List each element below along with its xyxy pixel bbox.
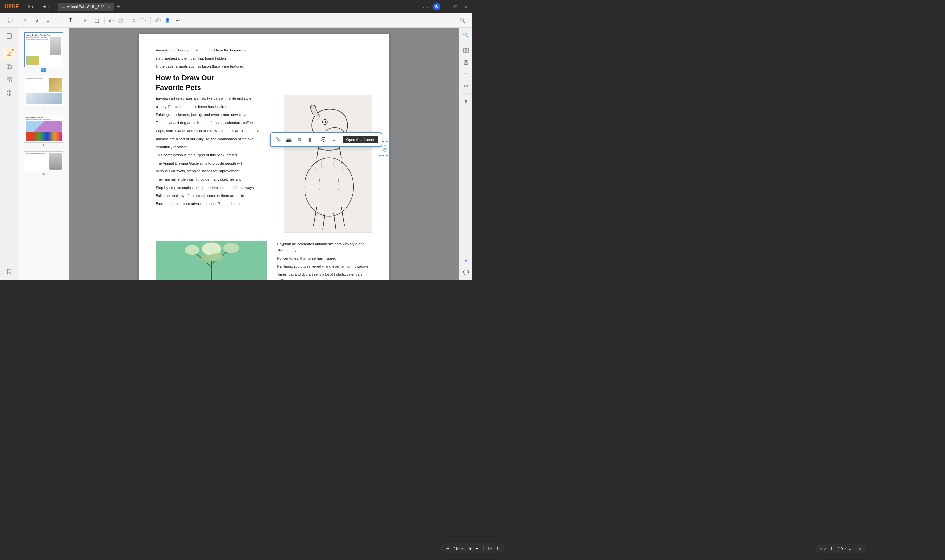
textbox-btn[interactable]: ⊡ bbox=[81, 15, 91, 25]
thumbnail-page-2[interactable]: Animals are a part of my daily life... 2 bbox=[18, 74, 69, 113]
att-comment-btn[interactable]: 💬 bbox=[319, 135, 328, 144]
rp-save-btn[interactable] bbox=[461, 57, 471, 67]
active-dot bbox=[12, 49, 14, 51]
svg-point-24 bbox=[185, 245, 199, 255]
user-avatar[interactable]: B bbox=[433, 3, 440, 10]
tab-label: Animal Pai...Skills_5-1* bbox=[67, 5, 104, 9]
att-copy-btn[interactable]: ⧉ bbox=[295, 135, 304, 144]
line-btn[interactable]: ⌒ ▾ bbox=[139, 17, 148, 24]
svg-rect-12 bbox=[284, 96, 372, 233]
minimize-button[interactable]: ─ bbox=[443, 3, 450, 10]
body-p13: Build the anatomy of an animal. some of … bbox=[156, 193, 277, 199]
callout-btn[interactable]: ⬚ bbox=[92, 15, 102, 25]
att-camera-btn[interactable]: 📷 bbox=[285, 135, 294, 144]
underline-btn[interactable]: U bbox=[43, 15, 53, 25]
body-p8: This combination is the subject of this … bbox=[156, 152, 277, 158]
tab-close-icon[interactable]: ✕ bbox=[107, 5, 110, 9]
body-p6: Animals are a part of our daily life, th… bbox=[156, 136, 277, 142]
rp-ai-btn[interactable]: ✦ bbox=[461, 256, 471, 266]
intro-line-2: start. Earliest ancient painting, found … bbox=[156, 55, 372, 62]
rp-mail-btn[interactable]: ✉ bbox=[461, 81, 471, 91]
menu-file[interactable]: File bbox=[25, 3, 38, 10]
toolbar-sep-2 bbox=[78, 17, 78, 24]
body-p5: Cups, store brands and other items. Whet… bbox=[156, 128, 277, 134]
svg-point-25 bbox=[223, 243, 239, 254]
att-delete-btn[interactable]: 🗑 bbox=[305, 135, 314, 144]
page-num-badge-1: 1 bbox=[41, 68, 46, 72]
eraser-btn[interactable]: ⬜ ▾ bbox=[117, 17, 126, 23]
link-arrow: ▾ bbox=[160, 19, 161, 22]
right-panel: 🔍 ↑ ✉ ⬆ ✦ 💬 bbox=[459, 28, 473, 280]
rp-search-btn[interactable]: 🔍 bbox=[461, 30, 471, 40]
tab-main[interactable]: ☁ Animal Pai...Skills_5-1* ✕ bbox=[58, 3, 114, 11]
intro-line-1: Animals have been part of human art from… bbox=[156, 47, 372, 54]
link-icon: 🔗 bbox=[154, 18, 159, 23]
sidebar-divider-1 bbox=[4, 45, 14, 45]
collapse-button[interactable]: ⌄⌄ bbox=[419, 3, 430, 10]
stamp-icon: 🖊 bbox=[109, 18, 113, 23]
rp-div-1 bbox=[462, 43, 470, 43]
main-layout: How to Draw Our Favorite Pets Animals ha… bbox=[0, 28, 473, 280]
sidebar-icon-pages[interactable] bbox=[3, 30, 15, 42]
rp-share-btn[interactable]: ↑ bbox=[461, 69, 471, 79]
dog-sketch-image bbox=[284, 95, 372, 233]
toolbar-sep-3 bbox=[104, 17, 105, 24]
strikethrough-btn[interactable]: S bbox=[32, 15, 42, 25]
toolbar-sep-5 bbox=[150, 17, 151, 24]
new-tab-button[interactable]: + bbox=[115, 4, 122, 9]
bottom-row: Egyptian art celebrates animals like cat… bbox=[156, 241, 372, 280]
menu-help[interactable]: Help bbox=[39, 3, 54, 10]
sidebar-icon-pages2[interactable] bbox=[3, 61, 15, 72]
pen-arrow: ▾ bbox=[179, 19, 180, 22]
thumbnail-page-1[interactable]: How to Draw Our Favorite Pets Animals ha… bbox=[18, 30, 69, 74]
user-icon: 👤 bbox=[165, 18, 170, 23]
thumbnail-panel: How to Draw Our Favorite Pets Animals ha… bbox=[18, 28, 69, 280]
line-icon: ⌒ bbox=[141, 17, 145, 23]
body-p4: Times, cat and dog art sells a lot of t-… bbox=[156, 120, 277, 126]
sidebar-icon-bookmark[interactable] bbox=[3, 266, 15, 277]
bottom-text-col: Egyptian art celebrates animals like cat… bbox=[277, 241, 372, 280]
sidebar-icon-organize[interactable] bbox=[3, 74, 15, 86]
app-logo: UPDF bbox=[3, 4, 21, 9]
svg-rect-9 bbox=[7, 80, 9, 82]
annotation-toolbar: 💬 ✏ S U T T ⊡ ⬚ 🖊 ▾ ⬜ ▾ □ ▾ ⌒ ▾ 🔗 ▾ 👤 ▾ … bbox=[0, 13, 473, 28]
close-button[interactable]: ✕ bbox=[462, 3, 470, 10]
sidebar-icon-highlight[interactable] bbox=[3, 48, 15, 59]
highlight-btn[interactable]: ✏ bbox=[21, 15, 31, 25]
body-p9: The Animal Drawing Guide aims to provide… bbox=[156, 160, 277, 166]
user-btn[interactable]: 👤 ▾ bbox=[164, 17, 173, 23]
rp-chat-btn[interactable]: 💬 bbox=[461, 268, 471, 277]
toolbar-sep-1 bbox=[18, 17, 18, 24]
thumbnail-page-3[interactable]: Different Painting Styles Various techni… bbox=[18, 113, 69, 149]
svg-rect-7 bbox=[7, 77, 9, 79]
bt-2: For centuries, this horse has inspired bbox=[277, 255, 372, 262]
att-settings-btn[interactable]: ≡ bbox=[330, 135, 339, 144]
att-pin-btn[interactable]: 📎 bbox=[274, 135, 283, 144]
thumb-num-4: 4 bbox=[43, 172, 45, 176]
user-arrow: ▾ bbox=[170, 19, 172, 22]
text-big-btn[interactable]: T bbox=[65, 15, 75, 25]
tab-area: ☁ Animal Pai...Skills_5-1* ✕ + bbox=[58, 3, 417, 11]
sidebar-icon-convert[interactable] bbox=[3, 87, 15, 99]
thumb-frame-3: Different Painting Styles Various techni… bbox=[24, 115, 63, 143]
content-area[interactable]: Animals have been part of human art from… bbox=[69, 28, 459, 280]
maximize-button[interactable]: □ bbox=[453, 3, 459, 10]
stamp-btn[interactable]: 🖊 ▾ bbox=[107, 17, 116, 23]
stamp-arrow: ▾ bbox=[113, 19, 114, 22]
rp-export-btn[interactable]: ⬆ bbox=[461, 96, 471, 106]
thumbnail-page-4[interactable]: Step by step guide for drawing animals..… bbox=[18, 149, 69, 178]
rp-ocr-btn[interactable] bbox=[461, 46, 471, 55]
comment-tool-btn[interactable]: 💬 bbox=[5, 15, 15, 25]
link-btn[interactable]: 🔗 ▾ bbox=[153, 17, 162, 23]
heading-line-1: How to Draw Our bbox=[156, 74, 214, 82]
open-attachment-button[interactable]: Open Attachment bbox=[342, 136, 378, 143]
thumb-content-4: Step by step guide for drawing animals..… bbox=[24, 152, 63, 171]
text-t-btn[interactable]: T bbox=[54, 15, 64, 25]
svg-point-16 bbox=[325, 121, 327, 123]
pdf-page: Animals have been part of human art from… bbox=[139, 34, 389, 280]
svg-rect-8 bbox=[9, 77, 11, 79]
search-btn[interactable]: 🔍 bbox=[458, 15, 467, 25]
shape-arrow: ▾ bbox=[136, 19, 137, 22]
shape-btn[interactable]: □ ▾ bbox=[132, 17, 138, 23]
pen-btn[interactable]: ✒ ▾ bbox=[174, 17, 182, 23]
